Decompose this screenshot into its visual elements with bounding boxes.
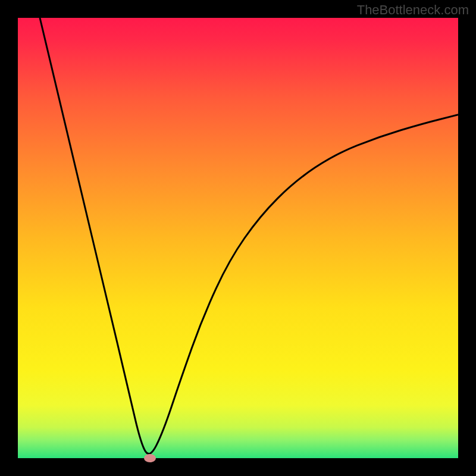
watermark-text: TheBottleneck.com (357, 2, 469, 18)
optimal-point-marker (144, 454, 156, 462)
chart-plot-area (18, 18, 458, 458)
bottleneck-curve (18, 18, 458, 458)
